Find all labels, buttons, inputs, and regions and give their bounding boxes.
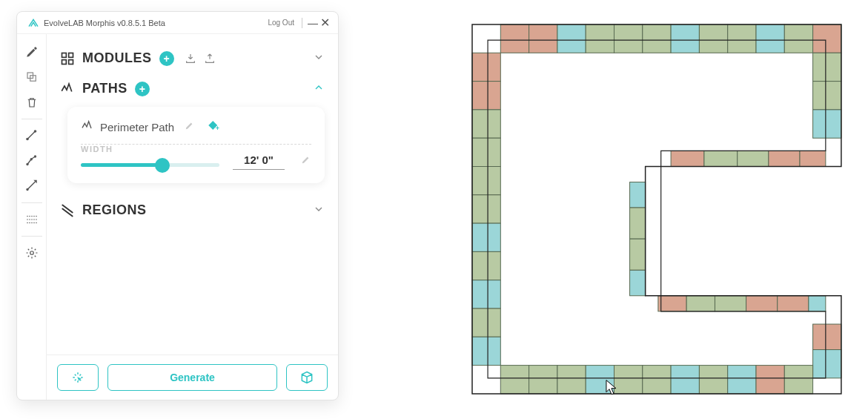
- regions-title: REGIONS: [82, 202, 147, 218]
- svg-rect-31: [472, 195, 500, 223]
- svg-rect-25: [813, 24, 841, 53]
- svg-rect-15: [529, 24, 557, 53]
- path-tool-b-icon[interactable]: [20, 149, 44, 173]
- svg-rect-47: [630, 239, 646, 270]
- width-label: WIDTH: [81, 145, 113, 154]
- floorplan-svg: [471, 24, 844, 396]
- svg-rect-62: [643, 366, 671, 394]
- svg-rect-61: [614, 366, 643, 394]
- chevron-down-icon-2: [313, 203, 325, 218]
- close-button[interactable]: ✕: [319, 17, 331, 29]
- svg-rect-10: [69, 53, 73, 57]
- app-title: EvolveLAB Morphis v0.8.5.1 Beta: [44, 19, 165, 27]
- svg-point-8: [30, 251, 33, 255]
- svg-rect-11: [62, 59, 67, 64]
- svg-rect-28: [472, 110, 500, 138]
- width-value[interactable]: 12' 0": [233, 152, 285, 170]
- svg-rect-36: [472, 337, 500, 365]
- chevron-down-icon: [313, 51, 325, 66]
- morphis-panel: EvolveLAB Morphis v0.8.5.1 Beta Log Out …: [16, 11, 339, 400]
- svg-point-5: [30, 158, 32, 160]
- svg-rect-53: [778, 296, 809, 311]
- titlebar-divider: [302, 18, 302, 28]
- svg-marker-68: [472, 24, 841, 394]
- svg-rect-43: [769, 151, 800, 166]
- svg-rect-14: [500, 24, 529, 53]
- logout-link[interactable]: Log Out: [268, 19, 294, 27]
- svg-rect-29: [472, 138, 500, 166]
- svg-rect-59: [557, 366, 586, 394]
- generate-button[interactable]: Generate: [107, 364, 277, 391]
- trash-tool-icon[interactable]: [20, 90, 44, 114]
- copy-tool-icon[interactable]: [20, 65, 44, 89]
- path-card-header: Perimeter Path +: [81, 119, 311, 135]
- svg-rect-26: [472, 53, 500, 81]
- svg-point-2: [26, 138, 29, 141]
- svg-rect-27: [472, 82, 500, 110]
- svg-rect-41: [704, 151, 738, 166]
- svg-rect-33: [472, 251, 500, 280]
- width-slider[interactable]: [81, 163, 219, 167]
- svg-rect-58: [529, 366, 557, 394]
- svg-rect-24: [784, 24, 812, 53]
- paths-icon: [60, 82, 75, 96]
- pick-target-button[interactable]: [57, 364, 99, 391]
- svg-rect-20: [671, 24, 699, 53]
- svg-marker-69: [488, 40, 826, 378]
- svg-rect-56: [813, 350, 841, 378]
- svg-rect-54: [809, 296, 826, 311]
- paths-title: PATHS: [82, 81, 127, 96]
- svg-rect-44: [800, 151, 826, 166]
- floorplan-canvas[interactable]: [471, 24, 842, 380]
- app-logo-icon: [27, 17, 39, 29]
- svg-rect-49: [658, 296, 686, 311]
- generate-label: Generate: [170, 372, 215, 383]
- regions-section-header[interactable]: REGIONS: [60, 195, 325, 225]
- paths-section-header[interactable]: PATHS +: [60, 73, 325, 104]
- svg-rect-18: [614, 24, 643, 53]
- path-tool-c-icon[interactable]: [20, 174, 44, 198]
- width-slider-wrap: WIDTH: [81, 152, 219, 170]
- svg-rect-38: [813, 82, 841, 110]
- edit-width-icon[interactable]: [301, 154, 311, 168]
- settings-tool-icon[interactable]: [20, 241, 44, 265]
- svg-point-6: [33, 155, 36, 157]
- panel-footer: Generate: [47, 354, 338, 400]
- cube-button[interactable]: [286, 364, 328, 391]
- svg-rect-64: [699, 366, 727, 394]
- modules-section-header[interactable]: MODULES +: [60, 43, 325, 73]
- svg-rect-16: [557, 24, 586, 53]
- svg-rect-21: [699, 24, 727, 53]
- svg-rect-50: [686, 296, 715, 311]
- svg-rect-46: [630, 208, 646, 239]
- svg-point-7: [26, 188, 28, 191]
- modules-icon: [60, 51, 75, 66]
- svg-rect-19: [643, 24, 671, 53]
- width-row: WIDTH 12' 0": [81, 152, 311, 170]
- svg-rect-67: [784, 366, 812, 394]
- pencil-tool-icon[interactable]: [20, 40, 44, 64]
- path-card: Perimeter Path + WIDTH 12' 0": [67, 107, 325, 183]
- modules-actions: [185, 53, 216, 65]
- svg-rect-37: [813, 53, 841, 81]
- svg-rect-34: [472, 280, 500, 309]
- svg-rect-35: [472, 309, 500, 337]
- minimize-button[interactable]: —: [307, 18, 319, 28]
- path-tool-a-icon[interactable]: [20, 124, 44, 148]
- svg-rect-12: [69, 59, 73, 64]
- pick-path-icon[interactable]: +: [207, 119, 220, 135]
- grid-tool-icon[interactable]: [20, 208, 44, 231]
- tool-separator: [21, 119, 42, 119]
- add-path-button[interactable]: +: [135, 82, 150, 96]
- edit-path-name-icon[interactable]: [185, 120, 195, 133]
- add-module-button[interactable]: +: [159, 51, 174, 66]
- export-modules-icon[interactable]: [204, 53, 216, 65]
- svg-rect-39: [813, 110, 841, 138]
- modules-title: MODULES: [82, 50, 152, 66]
- panel-content: MODULES + PATHS +: [47, 34, 338, 400]
- import-modules-icon[interactable]: [185, 53, 196, 65]
- panel-body: MODULES + PATHS +: [17, 34, 338, 400]
- svg-point-3: [33, 130, 36, 133]
- svg-rect-51: [715, 296, 746, 311]
- chevron-up-icon: [313, 82, 325, 96]
